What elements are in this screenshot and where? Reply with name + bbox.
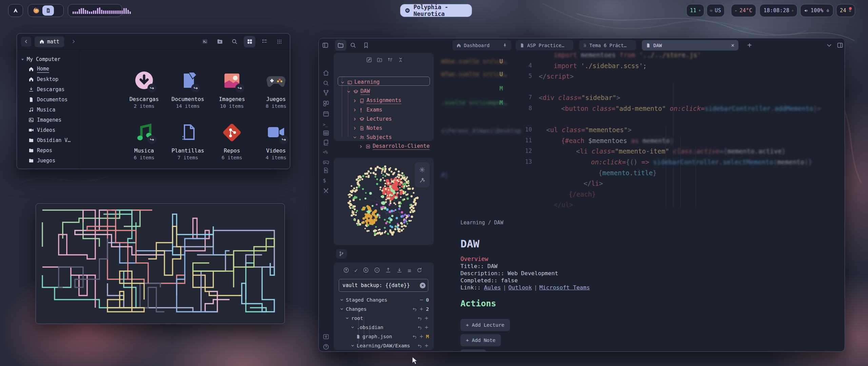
sidebar-item-imagenes[interactable]: Imagenes <box>17 115 79 125</box>
graph-filter-wand-icon[interactable] <box>419 177 425 183</box>
git-row-staged-changes[interactable]: Staged Changes0 <box>334 296 434 304</box>
file-item-plantillas[interactable]: Plantillas7 items <box>167 121 209 165</box>
toggle-right-sidebar-icon[interactable] <box>837 42 843 48</box>
note-link-aules[interactable]: Aules <box>484 284 501 291</box>
note-breadcrumb[interactable]: Learning / DAW <box>460 220 503 226</box>
new-tab-button[interactable]: + <box>746 42 753 48</box>
tree-item-lectures[interactable]: Lectures <box>353 115 392 123</box>
gamepad-icon[interactable] <box>323 159 329 165</box>
templater-icon[interactable]: <% <box>323 149 329 155</box>
breadcrumb[interactable]: matt <box>35 36 64 47</box>
table-icon[interactable] <box>323 130 329 136</box>
tab-dashboard[interactable]: Dashboard <box>452 40 511 50</box>
chevron-right-icon[interactable] <box>359 144 363 149</box>
bookmarks-view-icon[interactable] <box>363 42 369 48</box>
collapse-all-icon[interactable] <box>398 57 403 63</box>
tab-list-chevron-icon[interactable] <box>826 42 832 48</box>
calendar-icon[interactable] <box>323 110 329 117</box>
sidebar-item-videos[interactable]: Videos <box>17 125 79 135</box>
note-button--add-note[interactable]: + Add Note <box>460 334 501 346</box>
currency-icon[interactable]: $ <box>323 177 329 184</box>
chevron-down-icon[interactable] <box>345 316 349 320</box>
updates-widget[interactable]: 11 <box>686 4 704 17</box>
commit-and-push-icon[interactable] <box>343 267 349 273</box>
file-item-repos[interactable]: Repos6 items <box>211 121 253 165</box>
tree-item-desarrollo-cliente[interactable]: Desarrollo-Cliente <box>359 142 430 151</box>
list-view-button[interactable] <box>259 36 270 47</box>
layout-list-icon[interactable]: ≡ <box>408 267 411 274</box>
sidebar-item-home[interactable]: Home <box>17 64 79 74</box>
open-terminal-button[interactable] <box>199 36 211 47</box>
tree-item-subjects[interactable]: Subjects <box>353 133 392 142</box>
chevron-down-icon[interactable] <box>340 307 344 311</box>
clock-widget[interactable]: 18:08:28 <box>760 4 797 17</box>
tree-item-notes[interactable]: Notes <box>353 124 382 133</box>
file-item-imagenes[interactable]: ↪Imagenes10 items <box>211 69 253 114</box>
tab-daw[interactable]: DAW× <box>642 40 738 50</box>
keyboard-layout-widget[interactable]: US <box>707 4 725 17</box>
chevron-down-icon[interactable] <box>340 80 345 85</box>
git-row-.obsidian[interactable]: .obsidian <box>334 323 434 332</box>
kanban-icon[interactable] <box>323 100 329 107</box>
file-item-musica[interactable]: ↪Musica6 items <box>123 121 165 165</box>
chevron-down-icon[interactable] <box>351 344 355 348</box>
sidebar-item-juegos[interactable]: Juegos <box>17 156 79 166</box>
sidebar-item-repos[interactable]: Repos <box>17 145 79 156</box>
sidebar-item-documentos[interactable]: Documentos <box>17 95 79 105</box>
refresh-icon[interactable] <box>416 267 422 273</box>
tree-item-exams[interactable]: !Exams <box>353 105 382 114</box>
commit-icon[interactable]: ✓ <box>354 267 358 274</box>
note-button--add-lecture[interactable]: + Add Lecture <box>460 319 510 331</box>
media-player-widget[interactable]: Polyphia - Neurotica <box>400 4 472 17</box>
search-icon[interactable] <box>323 80 329 86</box>
firefox-icon[interactable] <box>33 7 40 14</box>
sidebar-item-descargas[interactable]: Descargas <box>17 84 79 95</box>
notes-app-icon[interactable] <box>42 5 54 16</box>
file-item-juegos[interactable]: Juegos8 items <box>255 69 290 114</box>
vault-switcher-icon[interactable] <box>323 333 329 340</box>
tree-item-assignments[interactable]: Assignments <box>353 96 401 105</box>
launcher-button[interactable] <box>8 4 23 17</box>
audio-widget[interactable]: 100% <box>800 4 833 17</box>
graph-icon[interactable] <box>323 89 329 96</box>
grid-view-button[interactable] <box>244 36 255 47</box>
files-view-icon[interactable] <box>337 42 344 48</box>
source-control-tab-button[interactable] <box>336 249 347 259</box>
git-row-root[interactable]: root <box>334 314 434 323</box>
file-item-documentos[interactable]: ↪Documentos14 items <box>167 69 209 114</box>
home-icon[interactable] <box>323 70 329 76</box>
search-button[interactable] <box>229 36 240 47</box>
chevron-down-icon[interactable] <box>351 325 355 329</box>
menu-button[interactable] <box>274 36 285 47</box>
chevron-right-icon[interactable] <box>353 99 357 103</box>
close-tab-icon[interactable]: × <box>731 42 734 48</box>
note-button--add[interactable]: + Add <box>460 349 486 352</box>
search-view-icon[interactable] <box>350 42 356 48</box>
sidebar-item-desktop[interactable]: Desktop <box>17 74 79 84</box>
chevron-down-icon[interactable] <box>353 135 357 140</box>
tab-tema-6-pr-cticas-[interactable]: Tema 6 Prácticas -… <box>579 40 636 50</box>
help-icon[interactable] <box>323 344 329 350</box>
new-folder-button[interactable] <box>214 36 225 47</box>
terminal-icon[interactable]: >_ <box>323 121 329 128</box>
clear-input-icon[interactable]: × <box>420 283 426 288</box>
file-item-videos[interactable]: ↪Videos4 items <box>255 121 290 165</box>
tab-asp-practice-6[interactable]: ASP Practice 6 <box>516 40 573 50</box>
tree-item-learning[interactable]: Learning <box>340 78 380 87</box>
sort-icon[interactable] <box>387 57 393 63</box>
crossed-tools-icon[interactable] <box>323 187 329 194</box>
back-button[interactable] <box>21 37 31 47</box>
unstage-all-icon[interactable] <box>374 267 380 273</box>
sidebar-item-clipped[interactable] <box>17 166 79 169</box>
chevron-down-icon[interactable] <box>347 89 351 94</box>
sidebar-section-header[interactable]: My Computer <box>17 55 79 64</box>
chevron-right-icon[interactable] <box>353 108 357 112</box>
book-icon[interactable] <box>323 139 329 146</box>
commit-message-input[interactable] <box>339 279 428 292</box>
file-item-descargas[interactable]: ↪Descargas2 items <box>123 69 165 114</box>
git-row-graph.json[interactable]: graph.jsonM <box>334 332 434 341</box>
note-link-microsoft-teams[interactable]: Microsoft Teams <box>539 284 590 291</box>
chevron-right-icon[interactable] <box>353 117 357 121</box>
new-folder-icon[interactable] <box>377 57 382 63</box>
chevron-down-icon[interactable] <box>340 298 344 302</box>
